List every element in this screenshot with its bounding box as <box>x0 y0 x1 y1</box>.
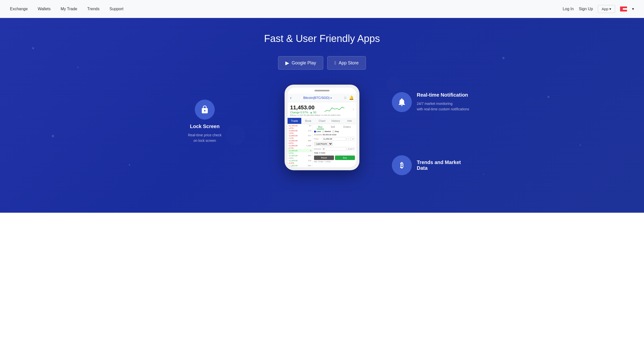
ob-vol-0: 87 <box>309 125 311 127</box>
reset-button[interactable]: Reset <box>314 156 334 160</box>
nav-wallets[interactable]: Wallets <box>38 7 51 11</box>
last-price-select[interactable]: Last Price% <box>314 142 333 146</box>
order-row-3: 11,553.00 666 <box>288 139 312 142</box>
ob-price-7: 11,303.00 <box>288 165 298 167</box>
notification-title: Real-time Notification <box>417 92 469 98</box>
notification-feature: Real-time Notification 24/7 market monit… <box>392 92 472 112</box>
app-store-button[interactable]:  App Store <box>327 56 366 70</box>
lock-icon <box>200 105 209 114</box>
google-play-icon: ▶ <box>285 60 289 66</box>
tab-book[interactable]: Book <box>301 118 315 124</box>
last-price-row: Last Price% <box>314 142 355 146</box>
store-buttons-container: ▶ Google Play  App Store <box>278 56 366 70</box>
price-section: 11,453.00 Change 0.57% ▲ 50 › Bitfine <box>288 102 356 118</box>
tab-info[interactable]: Info <box>343 118 356 124</box>
ob-price-4: 11,503.00 <box>288 145 298 147</box>
ob-vol-3: 666 <box>308 140 311 142</box>
market-option[interactable]: Market <box>322 130 331 133</box>
nav-my-trade[interactable]: My Trade <box>60 7 77 11</box>
price-decrement[interactable]: − <box>346 137 350 141</box>
app-tabs: Trade Book Chart History Info <box>288 118 356 124</box>
mini-chart <box>324 104 344 114</box>
ob-price-3: 11,553.00 <box>288 140 298 142</box>
total-label: Total <box>314 152 318 154</box>
limit-label: Limit <box>316 130 321 133</box>
market-radio <box>322 131 324 133</box>
bso-tabs: Buy Sell Orders <box>314 125 355 129</box>
google-play-label: Google Play <box>292 60 316 66</box>
star-icon[interactable]: ☆ <box>344 95 347 100</box>
back-button[interactable]: ‹ <box>290 95 292 100</box>
app-label: App <box>602 7 608 11</box>
login-link[interactable]: Log In <box>563 7 574 11</box>
bell-feature-icon <box>397 97 406 107</box>
ob-vol-current: 6 <box>310 150 311 152</box>
action-buttons: Reset Buy <box>314 156 355 160</box>
nav-right-icon[interactable]: › <box>353 107 354 111</box>
nav-support[interactable]: Support <box>110 7 124 11</box>
nav-exchange[interactable]: Exchange <box>10 7 28 11</box>
order-row-5: 11,403.00 447 <box>288 154 312 157</box>
bell-icon[interactable]: 🔔 <box>349 95 354 100</box>
lock-screen-title: Lock Screen <box>172 124 237 129</box>
order-row-7: 11,303.00 547 <box>288 164 312 167</box>
coin-price: 11,453.00 <box>290 104 316 111</box>
lock-screen-icon-circle <box>195 100 215 120</box>
price-change: Change 0.57% ▲ 50 <box>290 111 316 114</box>
reference-prices: Bitfinex 11,452.50 ($8,366) Bitflyer 11,… <box>290 114 354 116</box>
ob-price-5: 11,403.00 <box>288 155 298 157</box>
ob-vol-7: 547 <box>308 165 311 167</box>
app-dropdown-button[interactable]: App ▾ <box>598 5 615 13</box>
buy-button[interactable]: Buy <box>335 156 355 160</box>
order-type-row: Limit Market Stop <box>314 130 355 133</box>
tab-history[interactable]: History <box>329 118 343 124</box>
trade-content: 11,703.00 87 1.57% 11,653.00 273 1.37% 1… <box>288 124 356 167</box>
nav-links: Exchange Wallets My Trade Trends Support <box>10 7 124 11</box>
min-order-row: Min. Order 1 SGD <box>314 161 355 163</box>
tab-chart[interactable]: Chart <box>315 118 329 124</box>
buy-tab[interactable]: Buy <box>317 125 324 129</box>
stop-option[interactable]: Stop <box>332 130 339 133</box>
navbar: Exchange Wallets My Trade Trends Support… <box>0 0 644 18</box>
amount-label: Amount <box>314 148 322 150</box>
amount-input[interactable] <box>322 147 346 151</box>
hero-section: Fast & User Friendly Apps ▶ Google Play … <box>0 18 644 213</box>
ob-price-2: 11,603.00 <box>288 135 298 137</box>
orders-tab[interactable]: Orders <box>342 125 352 129</box>
app-store-label: App Store <box>339 60 359 66</box>
stop-radio <box>332 131 334 133</box>
sell-tab[interactable]: Sell <box>329 125 336 129</box>
price-label: Price <box>314 138 322 140</box>
price-increment[interactable]: + <box>351 137 355 141</box>
notification-text: Real-time Notification 24/7 market monit… <box>417 92 469 112</box>
flag-icon[interactable] <box>620 7 627 12</box>
signup-link[interactable]: Sign Up <box>579 7 593 11</box>
total-value: 0 SGD <box>319 152 325 154</box>
google-play-button[interactable]: ▶ Google Play <box>278 56 323 70</box>
ob-price-0: 11,703.00 <box>288 125 298 127</box>
stop-label: Stop <box>335 130 339 133</box>
nav-auth: Log In Sign Up App ▾ ▾ <box>563 5 634 13</box>
limit-option[interactable]: Limit <box>314 130 321 133</box>
price-input-row: Price − + <box>314 137 355 141</box>
nav-trends[interactable]: Trends <box>87 7 100 11</box>
app-header: ‹ Bitcoin(BTC/SGD) ▾ ☆ 🔔 <box>288 94 356 102</box>
order-row-0: 11,703.00 87 <box>288 124 312 127</box>
coin-dropdown-icon: ▾ <box>330 97 332 99</box>
hero-title: Fast & User Friendly Apps <box>264 33 380 44</box>
trends-feature: ₿ Trends and Market Data <box>392 155 472 175</box>
tab-trade[interactable]: Trade <box>288 118 301 124</box>
bitcoin-icon-circle: ₿ <box>392 155 412 175</box>
phone-mockup: ‹ Bitcoin(BTC/SGD) ▾ ☆ 🔔 11,453.00 <box>284 85 360 170</box>
chevron-down-icon: ▾ <box>609 7 611 11</box>
order-row-1: 11,653.00 273 <box>288 129 312 132</box>
order-book: 11,703.00 87 1.57% 11,653.00 273 1.37% 1… <box>288 124 312 167</box>
avail-dropdown[interactable]: Avail ▾ <box>347 147 355 151</box>
phone-area: Lock Screen Real-time price check on loc… <box>172 85 472 170</box>
price-input[interactable] <box>322 137 346 141</box>
ob-price-1: 11,653.00 <box>288 130 298 132</box>
flag-dropdown-icon: ▾ <box>632 7 634 11</box>
price-left: 11,453.00 Change 0.57% ▲ 50 <box>290 104 316 114</box>
ob-price-current: 11,453.00 <box>288 150 298 152</box>
apple-icon:  <box>334 60 336 66</box>
